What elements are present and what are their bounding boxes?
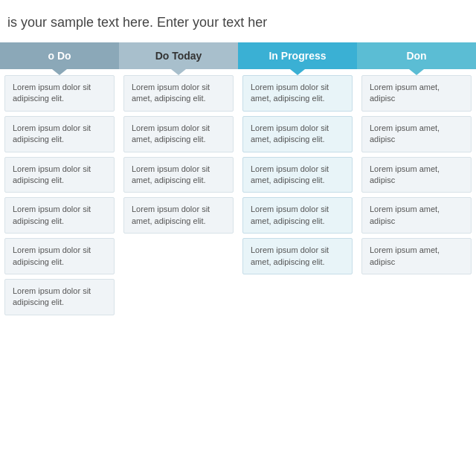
kanban-card[interactable]: Lorem ipsum dolor sit adipiscing elit.: [4, 75, 115, 112]
column-done: DonLorem ipsum amet, adipiscLorem ipsum …: [357, 42, 476, 315]
kanban-card[interactable]: Lorem ipsum amet, adipisc: [361, 157, 472, 193]
column-inprogress: In ProgressLorem ipsum dolor sit amet, a…: [238, 42, 357, 315]
kanban-card[interactable]: Lorem ipsum dolor sit amet, adipiscing e…: [242, 157, 353, 193]
kanban-card[interactable]: Lorem ipsum amet, adipisc: [361, 75, 472, 112]
kanban-card[interactable]: Lorem ipsum dolor sit amet, adipiscing e…: [242, 197, 353, 234]
cards-container-todo: Lorem ipsum dolor sit adipiscing elit.Lo…: [0, 75, 119, 315]
kanban-card[interactable]: Lorem ipsum dolor sit amet, adipiscing e…: [123, 75, 234, 112]
kanban-card[interactable]: Lorem ipsum dolor sit adipiscing elit.: [4, 279, 115, 315]
kanban-card[interactable]: Lorem ipsum dolor sit amet, adipiscing e…: [242, 238, 353, 274]
page-wrapper: is your sample text here. Enter your tex…: [0, 0, 476, 476]
cards-container-today: Lorem ipsum dolor sit amet, adipiscing e…: [119, 75, 238, 234]
kanban-card[interactable]: Lorem ipsum amet, adipisc: [361, 116, 472, 152]
kanban-card[interactable]: Lorem ipsum dolor sit adipiscing elit.: [4, 238, 115, 274]
cards-container-inprogress: Lorem ipsum dolor sit amet, adipiscing e…: [238, 75, 357, 274]
column-todo: o DoLorem ipsum dolor sit adipiscing eli…: [0, 42, 119, 315]
cards-container-done: Lorem ipsum amet, adipiscLorem ipsum ame…: [357, 75, 476, 274]
column-header-today: Do Today: [119, 42, 238, 69]
kanban-card[interactable]: Lorem ipsum amet, adipisc: [361, 197, 472, 234]
kanban-card[interactable]: Lorem ipsum dolor sit amet, adipiscing e…: [123, 116, 234, 152]
column-header-done: Don: [357, 42, 476, 69]
kanban-card[interactable]: Lorem ipsum dolor sit adipiscing elit.: [4, 157, 115, 193]
kanban-board: o DoLorem ipsum dolor sit adipiscing eli…: [0, 42, 476, 315]
page-title: is your sample text here. Enter your tex…: [0, 15, 476, 42]
kanban-card[interactable]: Lorem ipsum dolor sit adipiscing elit.: [4, 197, 115, 234]
kanban-card[interactable]: Lorem ipsum dolor sit amet, adipiscing e…: [123, 157, 234, 193]
column-today: Do TodayLorem ipsum dolor sit amet, adip…: [119, 42, 238, 315]
kanban-card[interactable]: Lorem ipsum dolor sit amet, adipiscing e…: [242, 116, 353, 152]
column-header-inprogress: In Progress: [238, 42, 357, 69]
kanban-card[interactable]: Lorem ipsum dolor sit adipiscing elit.: [4, 116, 115, 152]
kanban-card[interactable]: Lorem ipsum dolor sit amet, adipiscing e…: [242, 75, 353, 112]
kanban-card[interactable]: Lorem ipsum amet, adipisc: [361, 238, 472, 274]
column-header-todo: o Do: [0, 42, 119, 69]
kanban-card[interactable]: Lorem ipsum dolor sit amet, adipiscing e…: [123, 197, 234, 234]
